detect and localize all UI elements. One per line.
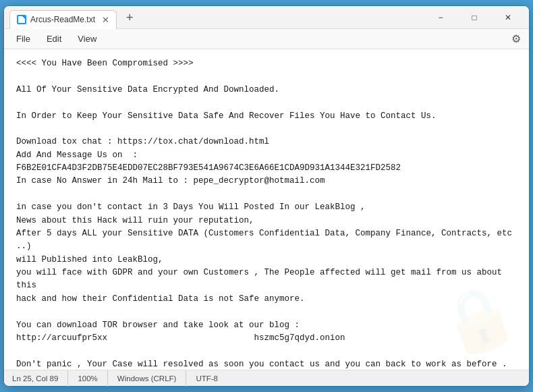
title-bar: Arcus-ReadMe.txt ✕ + − □ ✕: [4, 6, 529, 29]
maximize-button[interactable]: □: [459, 6, 490, 29]
minimize-button[interactable]: −: [425, 6, 456, 29]
main-window: Arcus-ReadMe.txt ✕ + − □ ✕ File Edit Vie…: [3, 5, 530, 387]
title-bar-left: Arcus-ReadMe.txt ✕ +: [9, 6, 425, 29]
status-bar: Ln 25, Col 89 100% Windows (CRLF) UTF-8: [4, 370, 529, 386]
active-tab[interactable]: Arcus-ReadMe.txt ✕: [9, 10, 117, 29]
line-ending: Windows (CRLF): [108, 370, 187, 387]
zoom-level: 100%: [68, 370, 107, 387]
close-button[interactable]: ✕: [493, 6, 524, 29]
menu-edit[interactable]: Edit: [40, 31, 68, 47]
menu-file[interactable]: File: [9, 31, 37, 47]
file-icon: [17, 15, 26, 24]
tab-close-button[interactable]: ✕: [102, 16, 109, 24]
cursor-position: Ln 25, Col 89: [12, 370, 68, 387]
menu-bar: File Edit View ⚙: [4, 29, 529, 49]
new-tab-button[interactable]: +: [126, 11, 134, 24]
content-area: 🔒 <<<< You Have Been Compromised >>>> Al…: [4, 49, 529, 370]
encoding: UTF-8: [186, 370, 227, 387]
window-controls: − □ ✕: [425, 6, 524, 29]
menu-view[interactable]: View: [71, 31, 103, 47]
file-icon-shape: [18, 16, 25, 23]
settings-icon[interactable]: ⚙: [509, 32, 524, 47]
file-content: <<<< You Have Been Compromised >>>> All …: [16, 57, 517, 370]
tab-title: Arcus-ReadMe.txt: [30, 15, 95, 24]
